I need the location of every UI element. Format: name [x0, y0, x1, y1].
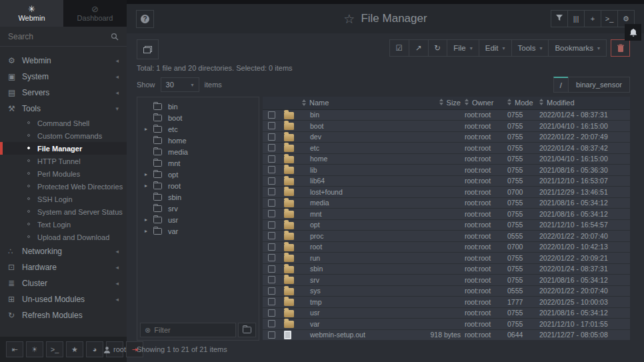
column-header-owner[interactable]: Owner: [465, 99, 507, 107]
table-row-usr[interactable]: usrroot:root07552021/08/16 - 05:34:12: [263, 308, 630, 319]
sidebar-item-hardware[interactable]: ⊡Hardware◂: [0, 259, 127, 275]
table-row-proc[interactable]: procroot:root05552022/01/22 - 20:07:40: [263, 231, 630, 242]
sidebar-subitem-upload-and-download[interactable]: Upload and Download: [0, 231, 127, 243]
favorites-button[interactable]: ★: [66, 341, 83, 357]
cell-name[interactable]: var: [300, 320, 411, 328]
row-checkbox[interactable]: [268, 122, 275, 129]
table-row-sbin[interactable]: sbinroot:root07552022/01/24 - 08:37:31: [263, 264, 630, 275]
cell-name[interactable]: webmin-setup.out: [300, 331, 411, 339]
tab-dashboard[interactable]: ⊘ Dashboard: [63, 0, 127, 27]
cell-name[interactable]: proc: [300, 232, 411, 240]
expand-arrow-icon[interactable]: ▸: [145, 228, 153, 234]
cell-name[interactable]: media: [300, 199, 411, 207]
sidebar-subitem-file-manager[interactable]: File Manager: [0, 142, 127, 155]
tree-item-sbin[interactable]: sbin: [137, 191, 259, 203]
breadcrumb-current[interactable]: binary_sensor: [568, 77, 630, 93]
menu-file[interactable]: File▾: [447, 39, 479, 57]
row-checkbox[interactable]: [268, 111, 275, 119]
row-checkbox[interactable]: [268, 243, 275, 251]
cell-name[interactable]: etc: [300, 144, 411, 152]
cell-name[interactable]: srv: [300, 276, 411, 284]
tree-item-usr[interactable]: ▸usr: [137, 214, 259, 225]
tree-item-opt[interactable]: ▸opt: [137, 169, 259, 180]
search-input[interactable]: [8, 32, 107, 41]
row-checkbox[interactable]: [268, 232, 275, 239]
table-row-tmp[interactable]: tmproot:root17772022/01/25 - 10:00:03: [263, 297, 630, 308]
tree-item-etc[interactable]: ▸etc: [137, 123, 259, 135]
row-checkbox[interactable]: [268, 155, 275, 163]
row-checkbox[interactable]: [268, 177, 275, 185]
table-row-opt[interactable]: optroot:root07552021/12/10 - 16:54:57: [263, 220, 630, 231]
cell-name[interactable]: tmp: [300, 298, 411, 306]
menu-edit[interactable]: Edit▾: [479, 39, 512, 57]
row-checkbox[interactable]: [268, 287, 275, 295]
table-row-boot[interactable]: bootroot:root07552021/04/10 - 16:15:00: [263, 121, 630, 132]
column-header-size[interactable]: Size: [411, 99, 465, 107]
sidebar-subitem-protected-web-directories[interactable]: Protected Web Directories: [0, 180, 127, 193]
sidebar-subitem-ssh-login[interactable]: SSH Login: [0, 193, 127, 205]
cell-name[interactable]: sys: [300, 287, 411, 295]
table-row-lost-found[interactable]: lost+foundroot:root07002021/12/29 - 13:4…: [263, 187, 630, 198]
sessions-button[interactable]: |||: [567, 10, 585, 27]
open-location-button[interactable]: ↗: [409, 39, 429, 57]
table-row-srv[interactable]: srvroot:root07552021/08/16 - 05:34:12: [263, 275, 630, 286]
tree-item-mnt[interactable]: mnt: [137, 157, 259, 169]
sidebar-subitem-http-tunnel[interactable]: HTTP Tunnel: [0, 155, 127, 167]
table-row-dev[interactable]: devroot:root07552022/01/22 - 20:07:49: [263, 132, 630, 143]
table-row-lib64[interactable]: lib64root:root07552021/12/10 - 16:53:07: [263, 176, 630, 187]
sidebar-item-tools[interactable]: ⚒Tools▾: [0, 101, 127, 117]
notifications-button[interactable]: [625, 24, 641, 41]
sidebar-item-un-used-modules[interactable]: ⊞Un-used Modules◂: [0, 291, 127, 307]
cell-name[interactable]: mnt: [300, 210, 411, 218]
tree-item-var[interactable]: ▸var: [137, 225, 259, 237]
tree-item-root[interactable]: ▸root: [137, 180, 259, 191]
row-checkbox[interactable]: [268, 276, 275, 283]
help-button[interactable]: ?: [136, 10, 154, 28]
table-row-webmin-setup-out[interactable]: webmin-setup.out918 bytesroot:root064420…: [263, 330, 630, 341]
expand-arrow-icon[interactable]: ▸: [145, 126, 153, 132]
column-header-mode[interactable]: Mode: [507, 99, 539, 107]
sidebar-item-servers[interactable]: ▤Servers◂: [0, 85, 127, 101]
sidebar-item-networking[interactable]: ∴Networking◂: [0, 243, 127, 259]
row-checkbox[interactable]: [268, 309, 275, 317]
tree-item-bin[interactable]: bin: [137, 101, 259, 112]
row-checkbox[interactable]: [268, 199, 275, 207]
terminal-button[interactable]: >_: [46, 341, 63, 357]
sidebar-subitem-system-and-server-status[interactable]: System and Server Status: [0, 205, 127, 218]
sidebar-item-webmin[interactable]: ⚙Webmin◂: [0, 53, 127, 69]
cell-name[interactable]: lib: [300, 166, 411, 174]
duplicate-tab-button[interactable]: [137, 39, 159, 59]
column-header-modified[interactable]: Modified: [539, 99, 630, 107]
sidebar-subitem-custom-commands[interactable]: Custom Commands: [0, 129, 127, 142]
table-row-var[interactable]: varroot:root07552021/12/10 - 17:01:55: [263, 319, 630, 330]
table-row-home[interactable]: homeroot:root07552021/04/10 - 16:15:00: [263, 154, 630, 165]
cell-name[interactable]: usr: [300, 309, 411, 317]
select-all-button[interactable]: ☑: [389, 39, 409, 57]
filter-button[interactable]: [551, 10, 568, 27]
favorite-star-icon[interactable]: ☆: [343, 11, 355, 27]
cell-name[interactable]: boot: [300, 122, 411, 130]
expand-arrow-icon[interactable]: ▸: [145, 171, 153, 177]
tree-item-media[interactable]: media: [137, 146, 259, 157]
table-row-sys[interactable]: sysroot:root05552022/01/22 - 20:07:40: [263, 286, 630, 297]
expand-arrow-icon[interactable]: ▸: [145, 183, 153, 189]
row-checkbox[interactable]: [268, 210, 275, 217]
tree-item-home[interactable]: home: [137, 135, 259, 146]
language-button[interactable]: ◕: [86, 341, 103, 357]
clear-filter-icon[interactable]: ⊗: [145, 326, 151, 335]
sidebar-item-refresh-modules[interactable]: ↻Refresh Modules: [0, 307, 127, 323]
row-checkbox[interactable]: [268, 320, 275, 327]
user-button[interactable]: root: [106, 341, 123, 357]
cell-name[interactable]: dev: [300, 133, 411, 141]
shell-button[interactable]: >_: [601, 10, 618, 27]
cell-name[interactable]: home: [300, 155, 411, 163]
trash-button[interactable]: [611, 39, 630, 57]
table-row-run[interactable]: runroot:root07552022/01/22 - 20:09:21: [263, 253, 630, 264]
row-checkbox[interactable]: [268, 144, 275, 151]
sidebar-subitem-perl-modules[interactable]: Perl Modules: [0, 167, 127, 180]
table-row-lib[interactable]: libroot:root07552021/08/16 - 05:36:30: [263, 165, 630, 176]
table-row-etc[interactable]: etcroot:root07552022/01/24 - 08:37:42: [263, 143, 630, 154]
tree-folder-button[interactable]: [238, 323, 256, 337]
cell-name[interactable]: sbin: [300, 265, 411, 273]
row-checkbox[interactable]: [268, 221, 275, 229]
